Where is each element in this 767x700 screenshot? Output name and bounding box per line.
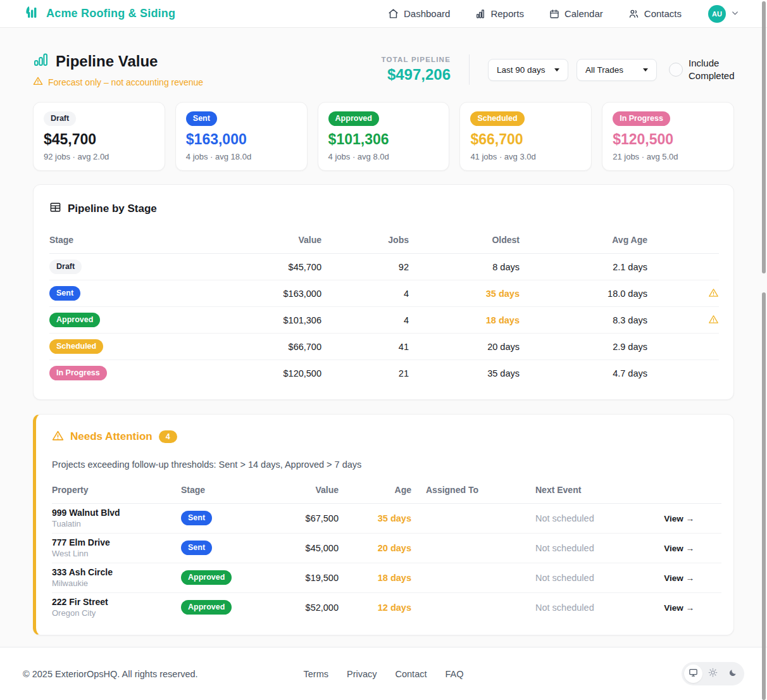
main-nav: Dashboard Reports Calendar Contacts AU (388, 5, 739, 23)
page-title: Pipeline Value (56, 53, 158, 70)
col-assigned: Assigned To (411, 477, 535, 504)
card-value: $66,700 (470, 131, 581, 148)
trade-select[interactable]: All Trades (577, 59, 657, 81)
bar-chart-icon (475, 9, 485, 19)
forecast-warning: Forecast only – not accounting revenue (33, 76, 203, 88)
warning-triangle-icon (708, 316, 719, 327)
status-badge: Sent (186, 111, 217, 126)
status-badge: Sent (49, 286, 80, 301)
view-button[interactable]: View → (664, 573, 694, 583)
chevron-down-icon[interactable] (731, 8, 739, 20)
col-avg-age: Avg Age (520, 227, 647, 254)
status-badge: Scheduled (470, 111, 524, 126)
divider (469, 54, 470, 85)
date-range-value: Last 90 days (497, 65, 546, 75)
page-title-block: Pipeline Value Forecast only – not accou… (33, 52, 203, 88)
card-approved: Approved $101,306 4 jobs · avg 8.0d (318, 102, 450, 171)
brand[interactable]: Acme Roofing & Siding (23, 4, 175, 23)
caret-down-icon (643, 68, 648, 72)
nav-calendar[interactable]: Calendar (549, 8, 603, 19)
card-meta: 21 jobs · avg 5.0d (613, 152, 723, 161)
top-navigation-bar: Acme Roofing & Siding Dashboard Reports … (0, 0, 767, 28)
footer-links: Terms Privacy Contact FAQ (303, 669, 463, 679)
footer-link-privacy[interactable]: Privacy (347, 669, 377, 679)
col-age: Age (339, 477, 411, 504)
needs-attention-panel: Needs Attention 4 Projects exceeding fol… (33, 414, 734, 636)
attention-description: Projects exceeding follow-up thresholds:… (52, 459, 718, 470)
stage-summary-cards: Draft $45,700 92 jobs · avg 2.0d Sent $1… (33, 102, 734, 171)
date-range-select[interactable]: Last 90 days (488, 59, 568, 81)
status-badge: Sent (181, 541, 212, 555)
card-meta: 4 jobs · avg 18.0d (186, 152, 297, 161)
theme-toggle (682, 662, 744, 685)
warning-triangle-icon (33, 76, 43, 88)
brand-name: Acme Roofing & Siding (46, 7, 175, 20)
status-badge: Draft (49, 259, 82, 274)
status-badge: Approved (49, 313, 100, 327)
stage-table: Stage Value Jobs Oldest Avg Age Draft $4… (49, 227, 719, 387)
card-scheduled: Scheduled $66,700 41 jobs · avg 3.0d (459, 102, 592, 171)
col-jobs: Jobs (321, 227, 409, 254)
trade-value: All Trades (585, 65, 623, 75)
caret-down-icon (554, 68, 559, 72)
total-pipeline: TOTAL PIPELINE $497,206 (382, 56, 451, 84)
card-meta: 92 jobs · avg 2.0d (44, 152, 154, 161)
forecast-warning-text: Forecast only – not accounting revenue (48, 77, 203, 87)
table-row: 222 Fir StreetOregon City Approved $52,0… (52, 592, 721, 622)
page-footer: © 2025 ExteriorOpsHQ. All rights reserve… (0, 647, 767, 700)
attention-count-badge: 4 (159, 430, 177, 443)
home-icon (388, 8, 399, 19)
theme-system-button[interactable] (684, 665, 702, 683)
card-value: $163,000 (186, 131, 297, 148)
moon-icon (728, 668, 737, 680)
card-draft: Draft $45,700 92 jobs · avg 2.0d (33, 102, 165, 171)
view-button[interactable]: View → (664, 603, 694, 613)
nav-calendar-label: Calendar (564, 8, 603, 19)
scrollbar-thumb[interactable] (762, 292, 766, 700)
table-row: 999 Walnut BlvdTualatin Sent $67,500 35 … (52, 503, 721, 533)
footer-link-faq[interactable]: FAQ (446, 669, 464, 679)
col-value: Value (282, 477, 339, 504)
theme-dark-button[interactable] (723, 665, 742, 683)
table-grid-icon (49, 201, 61, 216)
nav-dashboard[interactable]: Dashboard (388, 8, 450, 19)
status-badge: Approved (181, 600, 232, 615)
table-row: In Progress $120,500 21 35 days 4.7 days (49, 360, 719, 387)
status-badge: Sent (181, 511, 212, 525)
nav-contacts-label: Contacts (644, 8, 682, 19)
status-badge: Approved (328, 111, 379, 126)
table-row: 333 Ash CircleMilwaukie Approved $19,500… (52, 563, 721, 592)
status-badge: Draft (44, 111, 76, 126)
footer-link-contact[interactable]: Contact (396, 669, 427, 679)
include-completed-checkbox[interactable] (669, 63, 683, 77)
pipeline-by-stage-panel: Pipeline by Stage Stage Value Jobs Oldes… (33, 184, 734, 400)
card-value: $120,500 (613, 131, 723, 148)
user-menu[interactable]: AU (708, 5, 739, 23)
attention-table: Property Stage Value Age Assigned To Nex… (52, 477, 721, 623)
nav-reports[interactable]: Reports (475, 8, 524, 19)
warning-triangle-icon (708, 290, 719, 300)
footer-link-terms[interactable]: Terms (303, 669, 328, 679)
card-sent: Sent $163,000 4 jobs · avg 18.0d (175, 102, 308, 171)
status-badge: Approved (181, 570, 232, 585)
col-oldest: Oldest (409, 227, 520, 254)
attention-title: Needs Attention (70, 430, 153, 443)
view-button[interactable]: View → (664, 544, 694, 553)
monitor-icon (689, 668, 698, 680)
include-completed-control: Include Completed (669, 57, 734, 83)
card-in-progress: In Progress $120,500 21 jobs · avg 5.0d (602, 102, 734, 171)
avatar[interactable]: AU (708, 5, 726, 23)
nav-contacts[interactable]: Contacts (628, 8, 682, 19)
warning-triangle-icon (52, 430, 64, 444)
col-property: Property (52, 477, 181, 504)
table-row: Approved $101,306 4 18 days 8.3 days (49, 307, 719, 334)
scrollbar-thumb[interactable] (762, 1, 766, 273)
total-pipeline-value: $497,206 (382, 66, 451, 84)
col-stage: Stage (181, 477, 282, 504)
copyright-text: © 2025 ExteriorOpsHQ. All rights reserve… (23, 669, 198, 679)
view-button[interactable]: View → (664, 514, 694, 523)
calendar-icon (549, 9, 559, 19)
table-row: 777 Elm DriveWest Linn Sent $45,000 20 d… (52, 533, 721, 563)
sun-icon (708, 668, 718, 680)
theme-light-button[interactable] (704, 665, 722, 683)
